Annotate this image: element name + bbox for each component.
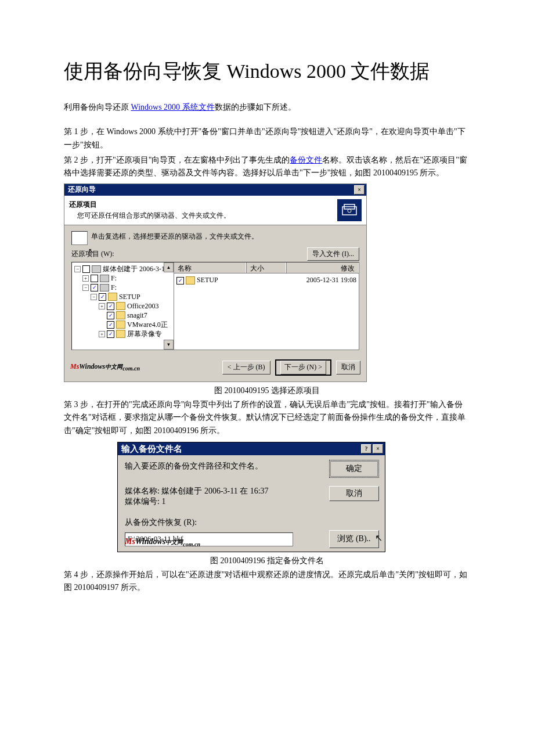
instruction-text: 单击复选框，选择想要还原的驱动器，文件夹或文件。 xyxy=(91,231,258,242)
col-modified[interactable]: 修改 xyxy=(286,262,359,273)
scroll-down-icon[interactable]: ▼ xyxy=(164,340,174,350)
tree-setup[interactable]: SETUP xyxy=(119,292,140,301)
media-name-label: 媒体名称: xyxy=(125,487,160,495)
prompt-text: 输入要还原的备份文件路径和文件名。 xyxy=(125,460,329,473)
cancel-button[interactable]: 取消 xyxy=(329,486,379,501)
tree-preview-icon: ↖ xyxy=(71,231,88,245)
step-2: 第 2 步，打开"还原项目"向导页，在左窗格中列出了事先生成的备份文件名称。双击… xyxy=(64,154,470,180)
step-1: 第 1 步，在 Windows 2000 系统中打开"备份"窗口并单击"还原向导… xyxy=(64,125,470,152)
close-icon[interactable]: × xyxy=(373,444,383,453)
intro-post: 数据的步骤如下所述。 xyxy=(215,103,296,111)
input-backup-filename-dialog: 输入备份文件名 ? × 输入要还原的备份文件路径和文件名。 确定 媒体名称: 媒… xyxy=(117,442,385,552)
backup-icon xyxy=(337,199,362,221)
svg-point-2 xyxy=(348,209,351,213)
tree-vmware[interactable]: VMware4.0正 xyxy=(127,320,168,329)
close-icon[interactable]: × xyxy=(354,185,365,195)
restore-wizard-dialog: 还原向导 × 还原项目 您可还原任何组合形式的驱动器、文件夹或文件。 ↖ 单击复… xyxy=(64,183,367,382)
tree-office[interactable]: Office2003 xyxy=(127,301,158,311)
ok-button[interactable]: 确定 xyxy=(329,460,379,477)
scroll-up-icon[interactable]: ▲ xyxy=(164,262,174,272)
tree-pane[interactable]: ▲ −媒体创建于 2006-3-11 +F: −F: −SETUP +Offic… xyxy=(72,262,174,350)
media-num-value: 1 xyxy=(161,497,165,506)
list-pane: 名称 大小 修改 SETUP 2005-12-31 19:08 xyxy=(174,262,359,350)
cancel-button[interactable]: 取消 xyxy=(336,361,360,374)
link-windows2000-sysfile[interactable]: Windows 2000 系统文件 xyxy=(131,103,215,111)
list-item[interactable]: SETUP 2005-12-31 19:08 xyxy=(176,275,356,286)
brand-logo: MsWindows中文网com.cn xyxy=(70,361,140,373)
item-name: SETUP xyxy=(197,275,259,286)
import-file-button[interactable]: 导入文件 (I)... xyxy=(307,247,359,261)
tree-root[interactable]: 媒体创建于 2006-3-11 xyxy=(103,264,168,273)
brand-logo: MsWindows中文网com.cn xyxy=(125,535,200,549)
header-title: 还原项目 xyxy=(69,199,337,210)
dialog2-titlebar: 输入备份文件名 ? × xyxy=(118,442,385,455)
col-size[interactable]: 大小 xyxy=(246,262,286,273)
back-button[interactable]: < 上一步 (B) xyxy=(222,361,270,374)
browse-button[interactable]: 浏览 (B).. xyxy=(329,530,379,548)
header-subtitle: 您可还原任何组合形式的驱动器、文件夹或文件。 xyxy=(69,210,337,221)
step-3: 第 3 步，在打开的"完成还原向导"向导页中列出了所作的设置，确认无误后单击"完… xyxy=(64,398,470,437)
dialog-title: 还原向导 xyxy=(68,184,96,195)
figure-caption-2: 图 20100409196 指定备份文件名 xyxy=(64,555,470,567)
item-date: 2005-12-31 19:08 xyxy=(294,275,356,286)
tree-snagit[interactable]: snagit7 xyxy=(127,311,147,320)
cursor-icon: ↖ xyxy=(375,531,383,546)
intro-paragraph: 利用备份向导还原 Windows 2000 系统文件数据的步骤如下所述。 xyxy=(64,101,470,114)
media-num-label: 媒体编号: xyxy=(125,497,160,506)
intro-pre: 利用备份向导还原 xyxy=(64,103,131,111)
step-4: 第 4 步，还原操作开始后，可以在"还原进度"对话框中观察还原的进度情况。还原完… xyxy=(64,568,470,595)
link-backup-file[interactable]: 备份文件 xyxy=(290,156,322,164)
media-name-value: 媒体创建于 2006-3-11 在 16:37 xyxy=(161,487,268,495)
help-icon[interactable]: ? xyxy=(361,444,371,453)
col-name[interactable]: 名称 xyxy=(174,262,246,273)
dialog-titlebar: 还原向导 × xyxy=(64,184,366,196)
next-button[interactable]: 下一步 (N) > xyxy=(275,359,331,375)
tree-drive-f1[interactable]: F: xyxy=(111,273,117,283)
figure-caption-1: 图 20100409195 选择还原项目 xyxy=(64,384,470,397)
page-title: 使用备份向导恢复 Windows 2000 文件数据 xyxy=(64,58,470,85)
tree-drive-f2[interactable]: F: xyxy=(111,283,117,292)
dialog-header: 还原项目 您可还原任何组合形式的驱动器、文件夹或文件。 xyxy=(64,196,366,225)
step2-pre: 第 2 步，打开"还原项目"向导页，在左窗格中列出了事先生成的 xyxy=(64,156,290,164)
dialog2-title: 输入备份文件名 xyxy=(121,442,182,456)
tree-screen[interactable]: 屏幕录像专 xyxy=(127,329,162,339)
restore-from-label: 从备份文件恢复 (R): xyxy=(125,516,379,529)
